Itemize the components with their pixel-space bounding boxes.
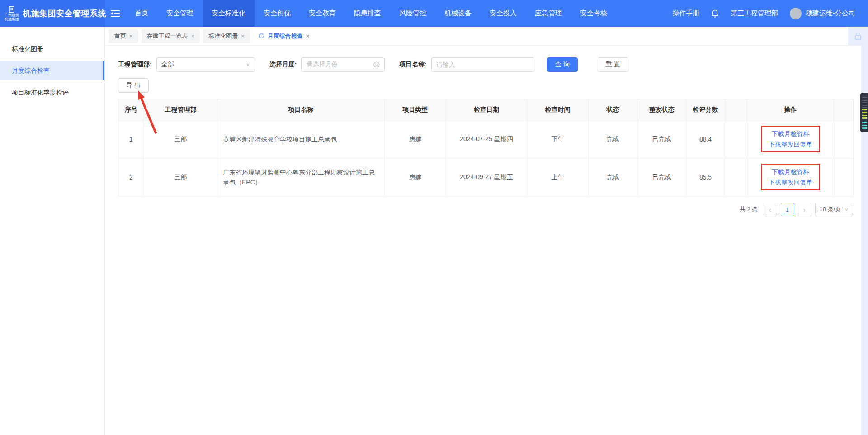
nav-item-safety-investment[interactable]: 安全投入 [481, 0, 526, 27]
tab-label: 首页 [114, 32, 126, 40]
nav-item-hazard-inspection[interactable]: 隐患排查 [345, 0, 390, 27]
table-row: 1 三部 黄埔区新建特殊教育学校项目施工总承包 房建 2024-07-25 星期… [118, 120, 854, 158]
export-row: 导 出 [118, 78, 868, 93]
sidebar: 标准化图册 月度综合检查 项目标准化季度检评 [0, 27, 105, 435]
download-monthly-report-link[interactable]: 下载月检资料 [772, 167, 810, 176]
manual-link[interactable]: 操作手册 [672, 9, 699, 18]
download-rectification-reply-link[interactable]: 下载整改回复单 [769, 140, 813, 149]
cell-date: 2024-07-25 星期四 [446, 120, 527, 158]
dept-filter-label: 工程管理部: [118, 61, 152, 69]
download-rectification-reply-link[interactable]: 下载整改回复单 [769, 178, 813, 187]
cell-status: 完成 [589, 158, 637, 196]
download-monthly-report-link[interactable]: 下载月检资料 [772, 129, 810, 138]
cell-score: 88.4 [686, 120, 725, 158]
dept-select-value: 全部 [161, 61, 174, 69]
table-header-row: 序号 工程管理部 项目名称 项目类型 检查日期 检查时间 状态 整改状态 检评分… [118, 99, 854, 120]
tab-standardization-atlas[interactable]: 标准化图册 × [203, 29, 250, 43]
nav-item-safety-assessment[interactable]: 安全考核 [571, 0, 616, 27]
sidebar-item-standardization-atlas[interactable]: 标准化图册 [0, 39, 104, 58]
sidebar-item-quarterly-evaluation[interactable]: 项目标准化季度检评 [0, 83, 104, 102]
filter-bar: 工程管理部: 全部 ∨ 选择月度: 请选择月份 项目名称: 查 询 重 置 [118, 57, 868, 72]
collapse-menu-icon[interactable] [105, 0, 126, 27]
nav-item-home[interactable]: 首页 [126, 0, 157, 27]
close-icon[interactable]: × [241, 33, 245, 39]
cell-dept: 三部 [144, 158, 217, 196]
cell-rectify-status: 已完成 [637, 158, 686, 196]
cell-project: 黄埔区新建特殊教育学校项目施工总承包 [217, 120, 385, 158]
page-size-value: 10 条/页 [820, 205, 841, 213]
widget-stripe-cyan [862, 121, 867, 129]
project-name-input[interactable] [431, 57, 534, 72]
tab-label: 标准化图册 [208, 32, 238, 40]
close-icon[interactable]: × [129, 33, 133, 39]
prev-page-button[interactable]: ‹ [764, 203, 777, 216]
side-panel-handle[interactable] [860, 93, 868, 132]
nav-item-safety-management[interactable]: 安全管理 [157, 0, 203, 27]
export-button[interactable]: 导 出 [118, 78, 149, 93]
close-icon[interactable]: × [306, 33, 310, 39]
month-filter-label: 选择月度: [269, 61, 297, 69]
topbar-right: 操作手册 第三工程管理部 穗建运维-分公司 [672, 0, 868, 27]
cell-status: 完成 [589, 120, 637, 158]
nav-item-machinery[interactable]: 机械设备 [435, 0, 481, 27]
sidebar-item-monthly-inspection[interactable]: 月度综合检查 [0, 61, 104, 80]
tab-home[interactable]: 首页 × [109, 29, 138, 43]
nav-item-safety-excellence[interactable]: 安全创优 [255, 0, 300, 27]
cell-score: 85.5 [686, 158, 725, 196]
widget-stripe-gray [862, 96, 867, 108]
page-size-select[interactable]: 10 条/页 ∨ [815, 203, 853, 216]
page-number-button[interactable]: 1 [781, 203, 794, 216]
cell-trailing [834, 120, 854, 158]
cell-actions: 下载月检资料 下载整改回复单 [747, 158, 834, 196]
pagination: 共 2 条 ‹ 1 › 10 条/页 ∨ [118, 203, 853, 216]
tab-label: 在建工程一览表 [147, 32, 188, 40]
logo: 广州建筑 机施集团 机施集团安全管理系统 [0, 0, 105, 27]
tab-label: 月度综合检查 [268, 32, 303, 40]
month-picker-placeholder: 请选择月份 [306, 61, 338, 69]
cell-type: 房建 [385, 158, 446, 196]
cell-type: 房建 [385, 120, 446, 158]
calendar-icon [373, 61, 380, 68]
month-picker[interactable]: 请选择月份 [301, 57, 385, 72]
cell-trailing [834, 158, 854, 196]
topbar: 广州建筑 机施集团 机施集团安全管理系统 首页 安全管理 安全标准化 安全创优 … [0, 0, 868, 27]
chevron-down-icon: ∨ [844, 207, 849, 212]
red-box-annotation: 下载月检资料 下载整改回复单 [761, 164, 820, 190]
cell-rectify-status: 已完成 [637, 120, 686, 158]
col-header-trailing [834, 99, 854, 120]
project-filter-label: 项目名称: [399, 61, 427, 69]
nav-item-emergency-management[interactable]: 应急管理 [526, 0, 571, 27]
tab-projects-under-construction[interactable]: 在建工程一览表 × [142, 29, 200, 43]
col-header-date: 检查日期 [446, 99, 527, 120]
reset-button[interactable]: 重 置 [598, 57, 628, 72]
user-menu[interactable]: 穗建运维-分公司 [790, 8, 855, 19]
inspection-table: 序号 工程管理部 项目名称 项目类型 检查日期 检查时间 状态 整改状态 检评分… [118, 99, 854, 196]
main-nav: 首页 安全管理 安全标准化 安全创优 安全教育 隐患排查 风险管控 机械设备 安… [105, 0, 616, 27]
main-content: 首页 × 在建工程一览表 × 标准化图册 × 月度综合检查 × [105, 27, 868, 435]
username: 穗建运维-分公司 [806, 9, 855, 18]
cell-dept: 三部 [144, 120, 217, 158]
nav-item-risk-control[interactable]: 风险管控 [390, 0, 435, 27]
search-button[interactable]: 查 询 [547, 57, 578, 72]
close-icon[interactable]: × [191, 33, 195, 39]
nav-item-safety-standardization[interactable]: 安全标准化 [203, 0, 255, 27]
col-header-no: 序号 [118, 99, 144, 120]
dept-select[interactable]: 全部 ∨ [156, 57, 255, 72]
pagination-total: 共 2 条 [740, 205, 758, 213]
col-header-type: 项目类型 [385, 99, 446, 120]
cell-project: 广东省环境辐射监测中心粤东分部工程勘察设计施工总承包（EPC） [217, 158, 385, 196]
tab-monthly-inspection[interactable]: 月度综合检查 × [253, 29, 315, 43]
refresh-icon[interactable] [259, 33, 264, 39]
app-title: 机施集团安全管理系统 [23, 8, 106, 19]
department-switcher[interactable]: 第三工程管理部 [731, 9, 778, 18]
col-header-spacer [725, 99, 747, 120]
next-page-button[interactable]: › [798, 203, 811, 216]
col-header-actions: 操作 [747, 99, 834, 120]
nav-item-safety-education[interactable]: 安全教育 [300, 0, 345, 27]
widget-stripe-yellow [862, 109, 867, 119]
logo-org-line2: 机施集团 [5, 17, 19, 21]
col-header-dept: 工程管理部 [144, 99, 217, 120]
bell-icon[interactable] [711, 9, 719, 18]
red-box-annotation: 下载月检资料 下载整改回复单 [761, 126, 820, 152]
avatar[interactable] [790, 8, 802, 19]
